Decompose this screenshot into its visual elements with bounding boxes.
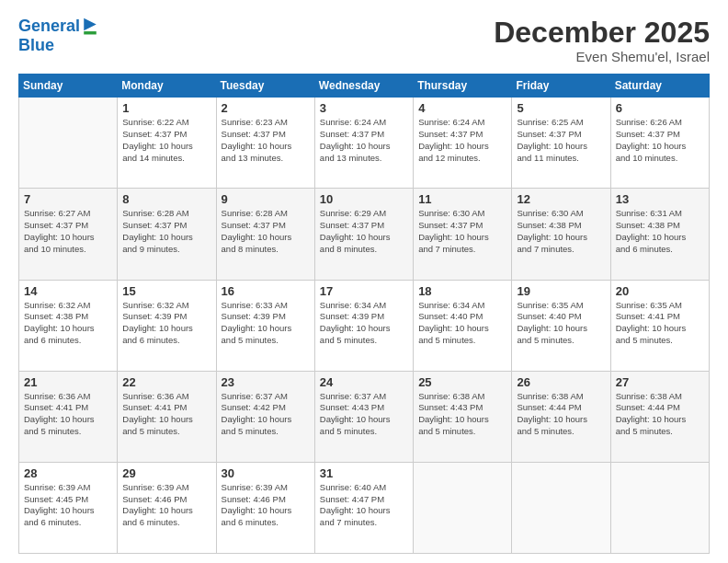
day-number: 22 [122, 375, 210, 389]
calendar-day-cell: 10Sunrise: 6:29 AM Sunset: 4:37 PM Dayli… [314, 189, 413, 280]
day-info: Sunrise: 6:32 AM Sunset: 4:39 PM Dayligh… [122, 300, 210, 347]
day-info: Sunrise: 6:37 AM Sunset: 4:43 PM Dayligh… [320, 391, 408, 438]
calendar-day-cell: 25Sunrise: 6:38 AM Sunset: 4:43 PM Dayli… [414, 371, 512, 462]
calendar-day-cell: 7Sunrise: 6:27 AM Sunset: 4:37 PM Daylig… [19, 189, 118, 280]
logo-text-line1: General [18, 17, 80, 36]
calendar-day-cell [610, 462, 709, 553]
calendar-week-row: 28Sunrise: 6:39 AM Sunset: 4:45 PM Dayli… [19, 462, 710, 553]
title-block: December 2025 Even Shemu'el, Israel [494, 17, 710, 64]
calendar-day-cell: 16Sunrise: 6:33 AM Sunset: 4:39 PM Dayli… [216, 280, 314, 371]
calendar-day-cell: 24Sunrise: 6:37 AM Sunset: 4:43 PM Dayli… [314, 371, 413, 462]
logo: General Blue [18, 17, 98, 55]
day-number: 31 [320, 466, 408, 480]
day-number: 1 [122, 101, 210, 115]
calendar-day-cell: 19Sunrise: 6:35 AM Sunset: 4:40 PM Dayli… [512, 280, 610, 371]
day-number: 23 [222, 375, 310, 389]
day-info: Sunrise: 6:38 AM Sunset: 4:43 PM Dayligh… [418, 391, 506, 438]
calendar-day-header: Monday [118, 75, 216, 98]
day-info: Sunrise: 6:25 AM Sunset: 4:37 PM Dayligh… [517, 117, 605, 164]
day-info: Sunrise: 6:28 AM Sunset: 4:37 PM Dayligh… [222, 208, 310, 255]
calendar-week-row: 7Sunrise: 6:27 AM Sunset: 4:37 PM Daylig… [19, 189, 710, 280]
calendar-day-cell: 17Sunrise: 6:34 AM Sunset: 4:39 PM Dayli… [314, 280, 413, 371]
day-info: Sunrise: 6:24 AM Sunset: 4:37 PM Dayligh… [320, 117, 408, 164]
day-info: Sunrise: 6:28 AM Sunset: 4:37 PM Dayligh… [122, 208, 210, 255]
calendar-day-cell [19, 98, 118, 189]
calendar-day-cell: 27Sunrise: 6:38 AM Sunset: 4:44 PM Dayli… [610, 371, 709, 462]
calendar-day-cell: 30Sunrise: 6:39 AM Sunset: 4:46 PM Dayli… [216, 462, 314, 553]
calendar-day-cell: 15Sunrise: 6:32 AM Sunset: 4:39 PM Dayli… [118, 280, 216, 371]
calendar-day-header: Sunday [19, 75, 118, 98]
day-info: Sunrise: 6:24 AM Sunset: 4:37 PM Dayligh… [418, 117, 506, 164]
day-number: 3 [320, 101, 408, 115]
day-number: 11 [418, 192, 506, 206]
subtitle: Even Shemu'el, Israel [494, 49, 710, 64]
header: General Blue December 2025 Even Shemu'el… [18, 17, 710, 64]
day-number: 17 [320, 284, 408, 298]
day-number: 2 [222, 101, 310, 115]
day-info: Sunrise: 6:35 AM Sunset: 4:41 PM Dayligh… [616, 300, 704, 347]
calendar-week-row: 1Sunrise: 6:22 AM Sunset: 4:37 PM Daylig… [19, 98, 710, 189]
day-info: Sunrise: 6:38 AM Sunset: 4:44 PM Dayligh… [616, 391, 704, 438]
day-info: Sunrise: 6:36 AM Sunset: 4:41 PM Dayligh… [122, 391, 210, 438]
day-info: Sunrise: 6:32 AM Sunset: 4:38 PM Dayligh… [24, 300, 112, 347]
calendar-day-cell: 6Sunrise: 6:26 AM Sunset: 4:37 PM Daylig… [610, 98, 709, 189]
day-info: Sunrise: 6:30 AM Sunset: 4:37 PM Dayligh… [418, 208, 506, 255]
calendar-day-cell: 1Sunrise: 6:22 AM Sunset: 4:37 PM Daylig… [118, 98, 216, 189]
calendar-day-header: Wednesday [314, 75, 413, 98]
day-number: 24 [320, 375, 408, 389]
calendar-day-cell: 21Sunrise: 6:36 AM Sunset: 4:41 PM Dayli… [19, 371, 118, 462]
logo-text-line2: Blue [18, 37, 98, 55]
day-number: 13 [616, 192, 704, 206]
day-number: 25 [418, 375, 506, 389]
calendar-day-cell: 31Sunrise: 6:40 AM Sunset: 4:47 PM Dayli… [314, 462, 413, 553]
day-info: Sunrise: 6:34 AM Sunset: 4:39 PM Dayligh… [320, 300, 408, 347]
day-info: Sunrise: 6:34 AM Sunset: 4:40 PM Dayligh… [418, 300, 506, 347]
calendar-week-row: 14Sunrise: 6:32 AM Sunset: 4:38 PM Dayli… [19, 280, 710, 371]
calendar-day-cell: 11Sunrise: 6:30 AM Sunset: 4:37 PM Dayli… [414, 189, 512, 280]
day-info: Sunrise: 6:40 AM Sunset: 4:47 PM Dayligh… [320, 482, 408, 529]
day-number: 29 [122, 466, 210, 480]
calendar-day-cell: 12Sunrise: 6:30 AM Sunset: 4:38 PM Dayli… [512, 189, 610, 280]
day-number: 14 [24, 284, 112, 298]
calendar-day-cell: 23Sunrise: 6:37 AM Sunset: 4:42 PM Dayli… [216, 371, 314, 462]
day-number: 12 [517, 192, 605, 206]
calendar-day-cell: 5Sunrise: 6:25 AM Sunset: 4:37 PM Daylig… [512, 98, 610, 189]
calendar-day-cell: 29Sunrise: 6:39 AM Sunset: 4:46 PM Dayli… [118, 462, 216, 553]
day-info: Sunrise: 6:39 AM Sunset: 4:46 PM Dayligh… [222, 482, 310, 529]
day-number: 21 [24, 375, 112, 389]
day-number: 4 [418, 101, 506, 115]
day-info: Sunrise: 6:30 AM Sunset: 4:38 PM Dayligh… [517, 208, 605, 255]
day-number: 30 [222, 466, 310, 480]
calendar-day-cell [414, 462, 512, 553]
calendar-day-cell: 13Sunrise: 6:31 AM Sunset: 4:38 PM Dayli… [610, 189, 709, 280]
calendar-day-cell: 26Sunrise: 6:38 AM Sunset: 4:44 PM Dayli… [512, 371, 610, 462]
calendar-table: SundayMondayTuesdayWednesdayThursdayFrid… [18, 74, 710, 554]
calendar-day-cell: 22Sunrise: 6:36 AM Sunset: 4:41 PM Dayli… [118, 371, 216, 462]
day-number: 27 [616, 375, 704, 389]
day-number: 5 [517, 101, 605, 115]
day-info: Sunrise: 6:23 AM Sunset: 4:37 PM Dayligh… [222, 117, 310, 164]
day-info: Sunrise: 6:39 AM Sunset: 4:45 PM Dayligh… [24, 482, 112, 529]
day-number: 7 [24, 192, 112, 206]
day-info: Sunrise: 6:27 AM Sunset: 4:37 PM Dayligh… [24, 208, 112, 255]
calendar-day-header: Friday [512, 75, 610, 98]
day-info: Sunrise: 6:31 AM Sunset: 4:38 PM Dayligh… [616, 208, 704, 255]
calendar-header-row: SundayMondayTuesdayWednesdayThursdayFrid… [19, 75, 710, 98]
day-info: Sunrise: 6:29 AM Sunset: 4:37 PM Dayligh… [320, 208, 408, 255]
day-number: 20 [616, 284, 704, 298]
calendar-day-header: Saturday [610, 75, 709, 98]
calendar-day-cell: 18Sunrise: 6:34 AM Sunset: 4:40 PM Dayli… [414, 280, 512, 371]
calendar-day-cell: 3Sunrise: 6:24 AM Sunset: 4:37 PM Daylig… [314, 98, 413, 189]
day-number: 16 [222, 284, 310, 298]
main-title: December 2025 [494, 17, 710, 49]
day-info: Sunrise: 6:26 AM Sunset: 4:37 PM Dayligh… [616, 117, 704, 164]
day-number: 10 [320, 192, 408, 206]
calendar-day-cell [512, 462, 610, 553]
calendar-day-cell: 14Sunrise: 6:32 AM Sunset: 4:38 PM Dayli… [19, 280, 118, 371]
calendar-day-header: Thursday [414, 75, 512, 98]
day-number: 9 [222, 192, 310, 206]
calendar-day-cell: 9Sunrise: 6:28 AM Sunset: 4:37 PM Daylig… [216, 189, 314, 280]
day-number: 26 [517, 375, 605, 389]
day-number: 15 [122, 284, 210, 298]
logo-icon [82, 17, 98, 37]
